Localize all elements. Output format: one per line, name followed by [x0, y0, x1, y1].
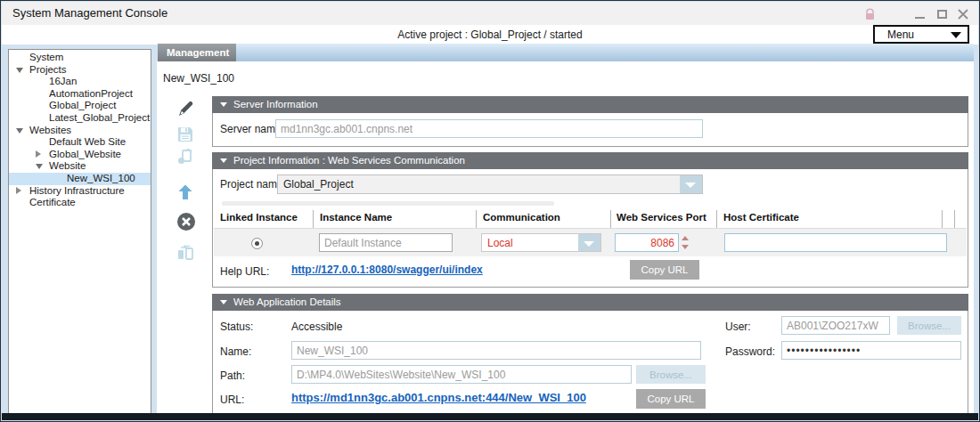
combo-dropdown-button[interactable] — [578, 234, 600, 251]
password-input[interactable] — [781, 341, 961, 360]
tree-item-default-web-site[interactable]: Default Web Site — [9, 136, 151, 149]
tree-item-latest-global-project[interactable]: Latest_Global_Project — [9, 112, 151, 125]
help-url-label: Help URL: — [220, 265, 269, 278]
section-project-information: Project name: Global_Project Linked Inst… — [212, 169, 968, 288]
navigation-tree: System Projects 16Jan AutomationProject … — [8, 49, 151, 414]
url-label: URL: — [220, 394, 244, 406]
tree-item-history-infrastructure[interactable]: History Infrastructure — [9, 185, 151, 198]
tab-strip — [234, 44, 974, 61]
tree-item-websites[interactable]: Websites — [9, 125, 151, 137]
collapse-triangle-icon — [220, 158, 227, 163]
server-name-input[interactable] — [275, 119, 703, 138]
horizontal-scrollbar[interactable] — [222, 201, 554, 206]
edit-icon[interactable] — [176, 99, 195, 118]
chevron-down-icon — [584, 241, 594, 247]
table-row: Local 8086 — [214, 228, 967, 256]
user-label: User: — [725, 321, 751, 333]
project-name-label: Project name: — [220, 178, 286, 191]
tree-item-16jan[interactable]: 16Jan — [9, 76, 151, 88]
section-header-server-information[interactable]: Server Information — [212, 96, 968, 113]
project-name-value: Global_Project — [278, 175, 680, 193]
section-web-application-details: Status: Accessible User: Browse... Name:… — [212, 311, 968, 414]
sync-transfer-icon[interactable] — [176, 243, 195, 263]
name-label: Name: — [220, 345, 251, 358]
tree-item-system[interactable]: System — [9, 52, 151, 64]
column-separator — [716, 210, 717, 228]
expand-arrow-icon[interactable] — [16, 68, 23, 73]
tree-item-projects[interactable]: Projects — [9, 64, 151, 77]
refresh-status-icon[interactable] — [176, 147, 195, 166]
column-separator — [610, 210, 611, 228]
start-upload-icon[interactable] — [176, 183, 195, 202]
lock-icon — [862, 8, 877, 20]
chevron-down-icon — [685, 183, 696, 188]
help-url-link[interactable]: http://127.0.0.1:8080/swagger/ui/index — [291, 264, 483, 276]
expand-arrow-icon[interactable] — [36, 164, 43, 169]
host-certificate-input[interactable] — [724, 233, 947, 252]
copy-web-url-button[interactable]: Copy URL — [636, 389, 706, 409]
column-separator — [954, 210, 955, 228]
tab-management[interactable]: Management — [158, 44, 236, 61]
column-header-host-certificate: Host Certificate — [723, 212, 799, 223]
minimize-button[interactable] — [912, 8, 927, 20]
tree-item-new-wsi-100[interactable]: New_WSI_100 — [9, 173, 151, 185]
column-separator — [313, 210, 314, 228]
column-header-linked-instance: Linked Instance — [220, 212, 298, 223]
user-input[interactable] — [781, 316, 890, 335]
port-spinner[interactable] — [680, 233, 690, 252]
menu-label: Menu — [887, 28, 914, 41]
stop-icon[interactable] — [176, 211, 195, 231]
project-name-combobox[interactable]: Global_Project — [277, 174, 703, 194]
combo-dropdown-button[interactable] — [680, 175, 702, 193]
tree-item-global-website[interactable]: Global_Website — [9, 149, 151, 161]
tree-item-website[interactable]: Website — [9, 160, 151, 173]
section-header-project-information[interactable]: Project Information : Web Services Commu… — [212, 152, 968, 169]
active-project-label: Active project : Global_Project / starte… — [2, 28, 978, 41]
spinner-up-icon[interactable] — [682, 236, 689, 240]
expand-arrow-icon[interactable] — [16, 128, 23, 134]
collapse-triangle-icon — [220, 102, 227, 107]
communication-value: Local — [482, 234, 578, 251]
password-label: Password: — [725, 345, 775, 358]
status-value: Accessible — [291, 321, 342, 333]
spinner-down-icon[interactable] — [682, 245, 689, 249]
web-services-port-input[interactable]: 8086 — [615, 233, 679, 252]
window-bottom-border — [2, 413, 978, 420]
path-input[interactable] — [291, 365, 632, 384]
linked-instance-radio[interactable] — [251, 238, 263, 249]
copy-help-url-button[interactable]: Copy URL — [630, 260, 699, 280]
column-separator — [942, 210, 943, 228]
section-server-information: Server name: — [212, 113, 968, 147]
app-window: System Management Console Active project… — [0, 0, 980, 422]
close-button[interactable] — [956, 8, 970, 20]
column-header-web-services-port: Web Services Port — [617, 212, 706, 223]
column-header-communication: Communication — [483, 212, 560, 223]
chevron-down-icon — [951, 32, 961, 38]
section-header-web-application-details[interactable]: Web Application Details — [212, 294, 968, 311]
tree-item-automationproject[interactable]: AutomationProject — [9, 88, 151, 101]
menu-dropdown[interactable]: Menu — [873, 25, 969, 44]
column-separator — [476, 210, 477, 228]
web-app-url-link[interactable]: https://md1nn3gc.ab001.cnpns.net:444/New… — [291, 391, 586, 404]
communication-combobox[interactable]: Local — [481, 233, 601, 252]
collapse-triangle-icon — [220, 300, 227, 304]
browse-path-button[interactable]: Browse... — [636, 365, 706, 384]
maximize-button[interactable] — [935, 8, 949, 20]
column-header-instance-name: Instance Name — [320, 212, 392, 223]
status-row: Active project : Global_Project / starte… — [2, 25, 978, 45]
path-label: Path: — [220, 369, 245, 382]
instance-name-input[interactable] — [319, 233, 453, 252]
tree-item-certificate[interactable]: Certificate — [9, 197, 151, 209]
collapse-arrow-icon[interactable] — [16, 187, 21, 194]
page-title: New_WSI_100 — [163, 72, 234, 85]
name-input[interactable] — [291, 341, 701, 360]
tree-item-global-project[interactable]: Global_Project — [9, 100, 151, 112]
title-bar: System Management Console — [2, 2, 978, 25]
window-title: System Management Console — [12, 6, 167, 20]
browse-user-button[interactable]: Browse... — [897, 316, 961, 335]
collapse-arrow-icon[interactable] — [36, 150, 41, 158]
status-label: Status: — [220, 321, 253, 333]
save-icon[interactable] — [176, 125, 195, 144]
